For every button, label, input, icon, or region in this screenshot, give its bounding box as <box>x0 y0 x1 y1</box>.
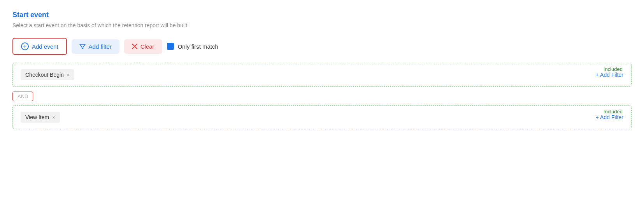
clear-label: Clear <box>140 43 154 50</box>
add-filter-link-1[interactable]: + Add Filter <box>596 72 623 78</box>
chip-close-1[interactable]: × <box>67 72 70 78</box>
add-filter-link-2[interactable]: + Add Filter <box>596 114 623 120</box>
only-first-match-toggle[interactable]: Only first match <box>167 43 218 50</box>
page-title: Start event <box>12 11 632 19</box>
add-filter-button[interactable]: Add filter <box>72 39 119 54</box>
event-row-1: Checkout Begin × + Add Filter <box>21 69 623 80</box>
event-section-2: Included View Item × + Add Filter <box>12 105 632 129</box>
toolbar: + Add event Add filter Clear Only first … <box>12 38 632 55</box>
event-section-1: Included Checkout Begin × + Add Filter <box>12 63 632 87</box>
chip-close-2[interactable]: × <box>52 115 55 120</box>
add-filter-label: Add filter <box>89 43 112 50</box>
included-label-1: Included <box>602 66 624 72</box>
included-label-2: Included <box>602 109 624 115</box>
checkbox-icon <box>167 43 174 50</box>
plus-circle-icon: + <box>21 42 29 50</box>
funnel-icon <box>79 43 86 49</box>
start-event-container: Start event Select a start event on the … <box>12 11 632 129</box>
only-first-match-label: Only first match <box>178 43 218 50</box>
clear-button[interactable]: Clear <box>124 39 162 54</box>
x-icon <box>132 44 137 49</box>
add-event-label: Add event <box>32 43 58 50</box>
event-name-1: Checkout Begin <box>25 72 64 78</box>
event-chip-1: Checkout Begin × <box>21 69 74 80</box>
add-event-button[interactable]: + Add event <box>12 38 67 55</box>
page-subtitle: Select a start event on the basis of whi… <box>12 22 632 28</box>
event-name-2: View Item <box>25 114 49 120</box>
and-badge[interactable]: AND <box>12 92 33 101</box>
event-row-2: View Item × + Add Filter <box>21 112 623 123</box>
event-chip-2: View Item × <box>21 112 60 123</box>
